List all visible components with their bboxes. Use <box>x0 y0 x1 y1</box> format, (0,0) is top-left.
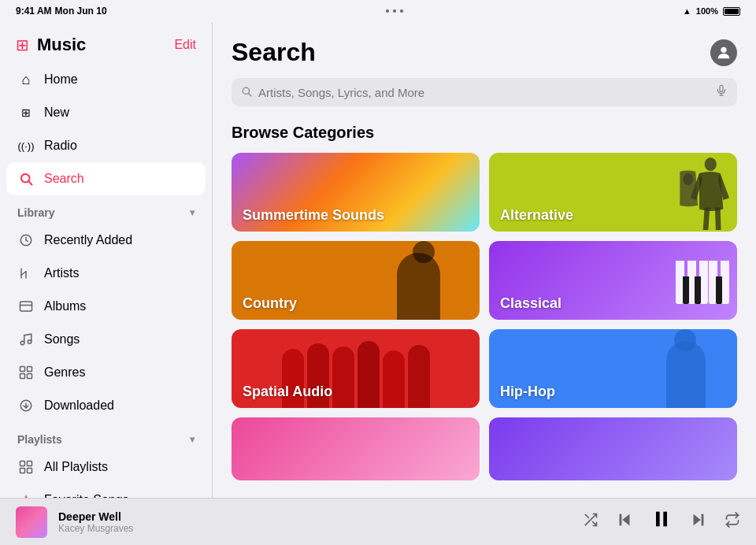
albums-label: Albums <box>44 299 86 313</box>
sidebar-item-downloaded[interactable]: Downloaded <box>6 389 206 422</box>
sidebar-item-albums[interactable]: Albums <box>6 290 206 323</box>
songs-icon <box>17 331 35 348</box>
search-input[interactable] <box>258 86 709 99</box>
dot1 <box>386 9 389 13</box>
radio-icon: ((·)) <box>17 137 35 154</box>
sidebar-home-label: Home <box>44 72 78 87</box>
svg-rect-12 <box>20 374 25 379</box>
page-title-text: Search <box>232 38 316 67</box>
svg-point-21 <box>721 46 726 52</box>
browse-section-title: Browse Categories <box>232 124 737 142</box>
sidebar-item-search[interactable]: Search <box>6 162 206 195</box>
category-card-hip-hop[interactable]: Hip-Hop <box>489 329 737 408</box>
svg-rect-11 <box>28 367 32 372</box>
wifi-icon: ▲ <box>683 6 691 16</box>
sidebar-item-recently-added[interactable]: Recently Added <box>6 224 206 257</box>
sidebar-item-genres[interactable]: Genres <box>6 356 206 389</box>
battery-label: 100% <box>696 6 718 16</box>
country-label: Country <box>243 295 297 312</box>
all-playlists-label: All Playlists <box>44 460 108 474</box>
sidebar-item-home[interactable]: ⌂ Home <box>6 63 206 96</box>
artists-icon <box>17 265 35 282</box>
alternative-label: Alternative <box>500 207 573 224</box>
microphone-icon[interactable] <box>715 84 728 100</box>
main-content: Search Browse Catego <box>213 22 756 498</box>
status-time: 9:41 AM <box>16 6 52 17</box>
sidebar-item-new[interactable]: ⊞ New <box>6 96 206 129</box>
category-card-summertime[interactable]: Summertime Sounds <box>232 153 480 232</box>
playlists-section-label: Playlists <box>17 433 62 446</box>
genres-label: Genres <box>44 365 85 380</box>
sidebar-menu-icon[interactable]: ⊞ <box>16 35 29 54</box>
page-header: Search <box>232 38 737 67</box>
category-card-pink[interactable] <box>232 417 480 480</box>
category-card-purple[interactable] <box>489 417 737 480</box>
svg-rect-31 <box>656 512 660 527</box>
categories-grid: Summertime Sounds Alternative <box>232 153 737 480</box>
now-playing-artist-name: Kacey Musgraves <box>58 523 572 534</box>
playlists-chevron-icon: ▾ <box>190 434 195 445</box>
spatial-audio-label: Spatial Audio <box>243 384 332 400</box>
svg-point-27 <box>705 158 717 171</box>
all-playlists-icon <box>17 458 35 476</box>
svg-rect-6 <box>20 302 32 311</box>
svg-line-4 <box>21 272 26 276</box>
sidebar-radio-label: Radio <box>44 139 77 153</box>
hiphop-figure-head <box>674 329 696 351</box>
svg-line-23 <box>249 93 251 95</box>
status-dots <box>386 9 403 13</box>
country-figure-body <box>397 253 440 320</box>
dot3 <box>400 9 403 13</box>
new-icon: ⊞ <box>17 104 35 121</box>
next-button[interactable] <box>690 511 707 532</box>
classical-instrument <box>564 241 738 320</box>
svg-line-1 <box>28 181 32 184</box>
category-card-country[interactable]: Country <box>232 241 480 320</box>
dot2 <box>393 9 396 13</box>
downloaded-label: Downloaded <box>44 399 114 413</box>
library-nav: Recently Added Artists Albums Songs <box>0 224 212 422</box>
avatar[interactable] <box>710 39 737 66</box>
svg-rect-24 <box>720 85 723 91</box>
sidebar-edit-button[interactable]: Edit <box>174 38 196 52</box>
library-section-label: Library <box>17 206 54 219</box>
hip-hop-label: Hip-Hop <box>500 384 555 400</box>
sidebar-search-label: Search <box>44 172 84 186</box>
sidebar-item-all-playlists[interactable]: All Playlists <box>6 450 206 484</box>
category-card-alternative[interactable]: Alternative <box>489 153 737 232</box>
country-figure-head <box>413 241 435 263</box>
playlists-section-header[interactable]: Playlists ▾ <box>0 422 212 450</box>
svg-rect-17 <box>28 462 32 466</box>
play-pause-button[interactable] <box>650 508 673 536</box>
artists-label: Artists <box>44 266 79 280</box>
sidebar-item-songs[interactable]: Songs <box>6 323 206 356</box>
summertime-label: Summertime Sounds <box>243 207 384 224</box>
playlists-nav: All Playlists ★ Favorite Songs Family Mu… <box>0 450 212 498</box>
sidebar-item-favorite-songs[interactable]: ★ Favorite Songs <box>6 484 206 498</box>
search-bar-icon <box>241 86 252 99</box>
shuffle-button[interactable] <box>583 512 598 532</box>
sidebar-title: Music <box>37 35 86 55</box>
recently-added-icon <box>17 232 35 249</box>
category-card-spatial-audio[interactable]: Spatial Audio <box>232 329 480 408</box>
repeat-button[interactable] <box>724 512 740 532</box>
now-playing-info: Deeper Well Kacey Musgraves <box>58 510 572 534</box>
status-time-date: 9:41 AM Mon Jun 10 <box>16 6 107 17</box>
status-indicators: ▲ 100% <box>683 6 740 16</box>
category-card-classical[interactable]: Classical <box>489 241 737 320</box>
sidebar-item-artists[interactable]: Artists <box>6 257 206 290</box>
svg-rect-34 <box>702 514 704 526</box>
downloaded-icon <box>17 397 35 414</box>
search-bar-container[interactable] <box>232 78 737 106</box>
svg-marker-33 <box>694 514 701 526</box>
genres-icon <box>17 364 35 381</box>
sidebar-new-label: New <box>44 106 69 120</box>
previous-button[interactable] <box>616 511 633 532</box>
classical-label: Classical <box>500 295 561 312</box>
sidebar-item-radio[interactable]: ((·)) Radio <box>6 129 206 162</box>
svg-point-8 <box>20 341 24 345</box>
playback-controls <box>583 508 740 536</box>
home-icon: ⌂ <box>17 71 35 88</box>
songs-label: Songs <box>44 332 80 347</box>
library-section-header[interactable]: Library ▾ <box>0 195 212 224</box>
